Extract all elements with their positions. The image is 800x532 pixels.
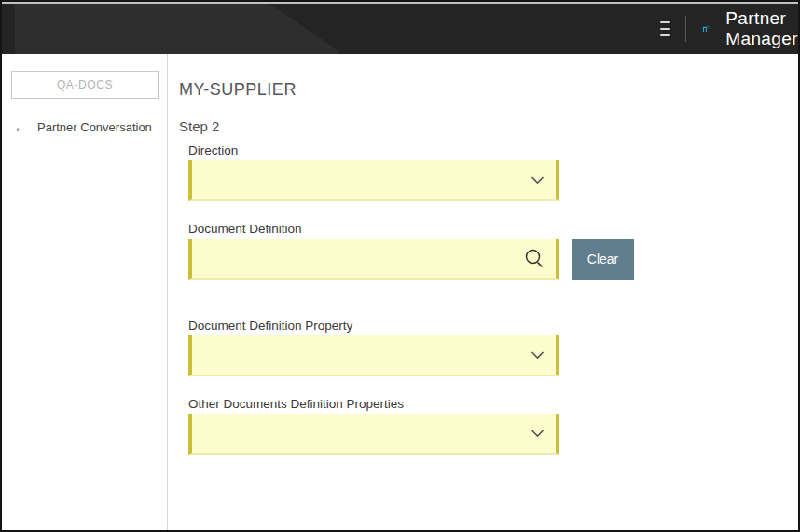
app-title: Partner Manager bbox=[725, 8, 798, 49]
sidebar: QA-DOCS ← Partner Conversation bbox=[2, 54, 168, 532]
page-title: MY-SUPPLIER bbox=[179, 80, 798, 100]
document-definition-field-group: Document Definition Clear bbox=[188, 222, 798, 280]
header-diagonal-accent-right bbox=[338, 4, 660, 54]
document-definition-row: Clear bbox=[188, 239, 798, 280]
direction-input[interactable] bbox=[192, 160, 556, 199]
search-icon[interactable] bbox=[524, 248, 545, 268]
menu-icon[interactable] bbox=[660, 17, 671, 41]
step-title: Step 2 bbox=[179, 118, 798, 134]
back-arrow-icon: ← bbox=[13, 119, 29, 135]
other-documents-definition-properties-field-group: Other Documents Definition Properties bbox=[188, 397, 798, 455]
app-header: Partner Manager bbox=[2, 4, 798, 54]
document-definition-label: Document Definition bbox=[188, 222, 798, 236]
chevron-down-icon[interactable] bbox=[531, 430, 545, 438]
header-diagonal-accent-left bbox=[15, 4, 338, 54]
back-link-label: Partner Conversation bbox=[37, 120, 152, 134]
partner-name-button[interactable]: QA-DOCS bbox=[11, 71, 159, 99]
document-definition-property-input[interactable] bbox=[192, 335, 556, 375]
document-definition-search-field[interactable] bbox=[188, 239, 559, 280]
app-window: Partner Manager QA-DOCS ← Partner Conver… bbox=[0, 0, 800, 532]
document-definition-property-label: Document Definition Property bbox=[188, 319, 798, 333]
document-definition-property-field-group: Document Definition Property bbox=[188, 319, 798, 376]
chevron-down-icon[interactable] bbox=[531, 176, 545, 184]
main-panel: MY-SUPPLIER Step 2 Direction bbox=[168, 54, 798, 532]
content-area: QA-DOCS ← Partner Conversation MY-SUPPLI… bbox=[2, 54, 798, 532]
other-documents-definition-properties-input[interactable] bbox=[192, 414, 556, 453]
other-documents-definition-properties-select[interactable] bbox=[188, 414, 559, 455]
direction-field-group: Direction bbox=[188, 143, 798, 201]
clear-button[interactable]: Clear bbox=[572, 239, 634, 280]
step2-form: Direction Document Definition bbox=[188, 143, 798, 455]
other-documents-definition-properties-label: Other Documents Definition Properties bbox=[188, 397, 798, 411]
app-logo-icon bbox=[701, 17, 711, 41]
document-definition-property-select[interactable] bbox=[188, 335, 559, 376]
document-definition-input[interactable] bbox=[192, 239, 556, 278]
direction-select[interactable] bbox=[188, 160, 559, 201]
chevron-down-icon[interactable] bbox=[531, 351, 545, 360]
direction-label: Direction bbox=[188, 143, 798, 157]
back-to-partner-conversation-link[interactable]: ← Partner Conversation bbox=[13, 119, 158, 135]
